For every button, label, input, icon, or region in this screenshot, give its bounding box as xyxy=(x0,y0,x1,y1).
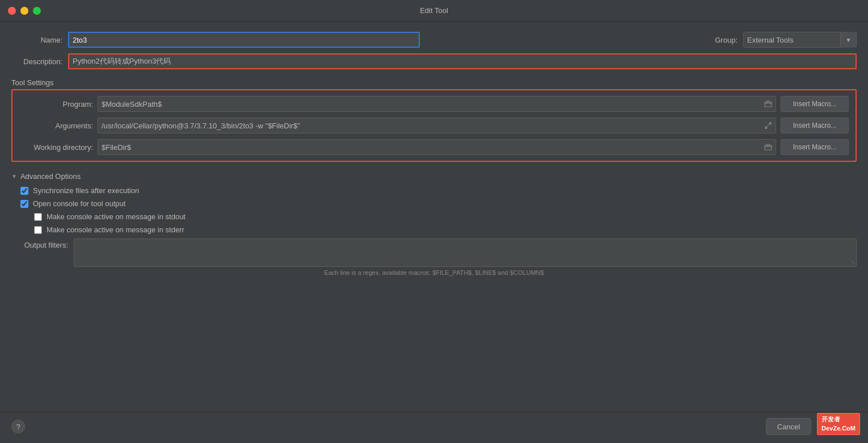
arguments-input[interactable] xyxy=(98,118,761,133)
program-label: Program: xyxy=(19,100,93,108)
close-button[interactable] xyxy=(8,7,16,15)
output-expand-icon[interactable]: ⤡ xyxy=(850,259,855,265)
output-filters-row: Output filters: ⤡ xyxy=(11,239,857,267)
active-stdout-checkbox[interactable] xyxy=(34,213,42,221)
advanced-options-collapse-icon: ▼ xyxy=(11,173,17,179)
open-console-label[interactable]: Open console for tool output xyxy=(33,199,125,208)
output-filters-hint: Each line is a regex, available macros: … xyxy=(11,269,857,276)
maximize-button[interactable] xyxy=(33,7,41,15)
name-group-row: Name: Group: External Tools ▼ xyxy=(11,32,857,48)
tool-settings-label: Tool Settings xyxy=(11,78,857,87)
sync-files-checkbox[interactable] xyxy=(20,187,28,195)
tool-settings-box: Program: Insert Macro... xyxy=(11,89,857,162)
arguments-input-wrapper xyxy=(98,118,776,133)
advanced-options-header[interactable]: ▼ Advanced Options xyxy=(11,172,857,181)
svg-rect-0 xyxy=(765,102,772,107)
active-stderr-row: Make console active on message in stderr xyxy=(11,225,857,234)
window-title: Edit Tool xyxy=(420,6,448,15)
program-input[interactable] xyxy=(98,97,761,111)
program-input-wrapper xyxy=(98,96,776,112)
watermark: 开发者DevZe.CoM xyxy=(817,413,860,435)
active-stdout-row: Make console active on message in stdout xyxy=(11,212,857,221)
main-content: Name: Group: External Tools ▼ Descriptio… xyxy=(0,22,868,412)
titlebar: Edit Tool xyxy=(0,0,868,22)
output-filters-label: Output filters: xyxy=(11,239,68,249)
active-stderr-checkbox[interactable] xyxy=(34,226,42,234)
titlebar-buttons xyxy=(8,7,41,15)
cancel-button[interactable]: Cancel xyxy=(766,418,811,435)
active-stderr-label[interactable]: Make console active on message in stderr xyxy=(47,225,184,234)
working-directory-insert-macro-button[interactable]: Insert Macro... xyxy=(781,139,849,155)
working-directory-input-wrapper xyxy=(98,139,776,155)
svg-rect-1 xyxy=(765,145,772,150)
working-directory-browse-icon[interactable] xyxy=(761,140,776,154)
working-directory-label: Working directory: xyxy=(19,143,93,152)
output-filters-textarea[interactable] xyxy=(74,239,856,266)
open-console-checkbox[interactable] xyxy=(20,200,28,208)
help-button[interactable]: ? xyxy=(11,420,25,433)
group-select-wrapper: External Tools ▼ xyxy=(743,32,857,48)
name-input[interactable] xyxy=(68,32,420,48)
group-label: Group: xyxy=(709,36,738,44)
arguments-label: Arguments: xyxy=(19,122,93,130)
working-directory-row: Working directory: Insert Macro... xyxy=(19,139,849,155)
minimize-button[interactable] xyxy=(20,7,28,15)
sync-files-label[interactable]: Synchronize files after execution xyxy=(33,186,139,195)
footer: ? Cancel OK xyxy=(0,412,868,443)
sync-files-row: Synchronize files after execution xyxy=(11,186,857,195)
program-row: Program: Insert Macro... xyxy=(19,96,849,112)
description-row: Description: xyxy=(11,53,857,69)
group-dropdown-arrow[interactable]: ▼ xyxy=(840,32,856,48)
output-textarea-wrapper: ⤡ xyxy=(74,239,857,267)
name-section: Name: xyxy=(11,32,698,48)
advanced-options-label: Advanced Options xyxy=(20,172,81,181)
active-stdout-label[interactable]: Make console active on message in stdout xyxy=(47,212,186,221)
name-label: Name: xyxy=(11,36,62,44)
working-directory-input[interactable] xyxy=(98,140,761,154)
arguments-row: Arguments: Insert Macro... xyxy=(19,118,849,133)
arguments-insert-macro-button[interactable]: Insert Macro... xyxy=(781,118,849,133)
tool-settings-section: Tool Settings Program: xyxy=(11,75,857,162)
program-insert-macro-button[interactable]: Insert Macro... xyxy=(781,96,849,112)
group-select[interactable]: External Tools xyxy=(744,36,840,44)
edit-tool-dialog: Edit Tool Name: Group: External Tools ▼ … xyxy=(0,0,868,443)
description-input[interactable] xyxy=(68,53,857,69)
advanced-options-section: ▼ Advanced Options Synchronize files aft… xyxy=(11,172,857,276)
open-console-row: Open console for tool output xyxy=(11,199,857,208)
arguments-expand-icon[interactable] xyxy=(761,118,776,133)
description-label: Description: xyxy=(11,57,62,66)
group-section: Group: External Tools ▼ xyxy=(709,32,857,48)
program-browse-icon[interactable] xyxy=(761,97,776,111)
